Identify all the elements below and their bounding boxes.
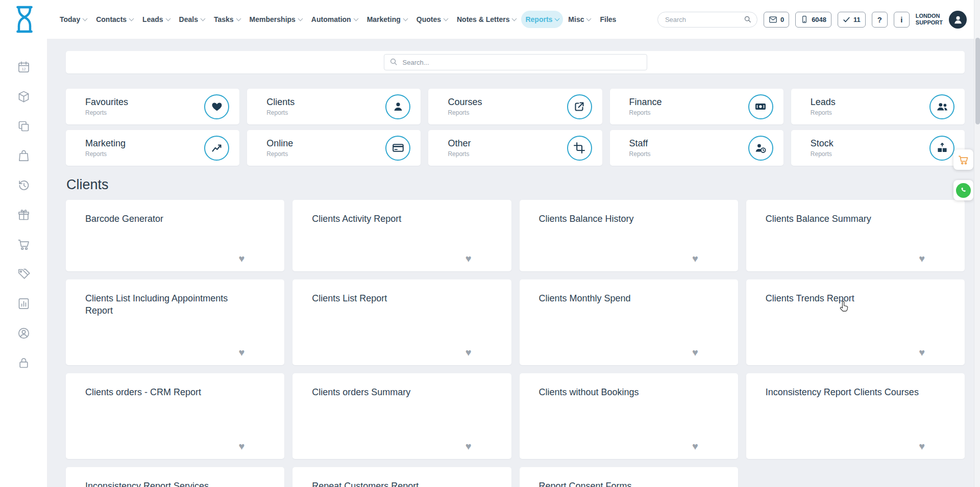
chevron-down-icon xyxy=(512,16,517,21)
category-card-marketing[interactable]: MarketingReports xyxy=(66,130,239,166)
report-card[interactable]: Clients Balance History♥ xyxy=(520,200,738,271)
category-card-other[interactable]: OtherReports xyxy=(428,130,602,166)
report-card[interactable]: Report Consent Forms♥ xyxy=(520,467,738,487)
report-title: Clients Activity Report xyxy=(312,213,483,225)
chevron-down-icon xyxy=(200,16,205,21)
report-card[interactable]: Clients orders Summary♥ xyxy=(292,373,511,459)
report-card[interactable]: Clients Activity Report♥ xyxy=(292,200,511,271)
favourite-heart-icon[interactable]: ♥ xyxy=(692,253,698,264)
cart-icon[interactable] xyxy=(17,238,31,251)
category-title: Leads xyxy=(811,97,929,108)
history-icon[interactable] xyxy=(17,178,31,192)
favourite-heart-icon[interactable]: ♥ xyxy=(692,441,698,452)
report-card[interactable]: Clients List Report♥ xyxy=(292,279,511,365)
report-chart-icon[interactable] xyxy=(17,297,31,311)
package-icon[interactable] xyxy=(17,90,31,104)
report-card[interactable]: Clients without Bookings♥ xyxy=(520,373,738,459)
app-logo-icon[interactable] xyxy=(13,5,36,34)
favourite-heart-icon[interactable]: ♥ xyxy=(238,253,244,264)
report-card[interactable]: Clients List Including Appointments Repo… xyxy=(66,279,284,365)
category-icon-circle xyxy=(929,94,954,119)
calendar-icon[interactable]: 12 xyxy=(17,60,31,74)
nav-item-reports[interactable]: Reports xyxy=(521,11,563,28)
category-icon-circle xyxy=(385,136,410,161)
shopping-bag-icon[interactable] xyxy=(17,149,31,163)
nav-item-today[interactable]: Today xyxy=(56,11,91,28)
category-card-online[interactable]: OnlineReports xyxy=(247,130,421,166)
favourite-heart-icon[interactable]: ♥ xyxy=(919,253,925,264)
avatar[interactable] xyxy=(949,11,967,29)
lock-icon[interactable] xyxy=(17,356,31,370)
report-card[interactable]: Repeat Customers Report♥ xyxy=(292,467,511,487)
favourite-heart-icon[interactable]: ♥ xyxy=(919,441,925,452)
gift-icon[interactable] xyxy=(17,208,31,222)
nav-item-automation[interactable]: Automation xyxy=(307,11,362,28)
scrollbar-thumb[interactable] xyxy=(975,38,980,124)
search-icon xyxy=(389,58,398,66)
category-title: Courses xyxy=(448,97,567,108)
reports-search xyxy=(384,54,647,70)
tasks-badge[interactable]: 11 xyxy=(838,12,866,28)
credit-card-icon xyxy=(392,142,404,154)
search-icon[interactable] xyxy=(744,15,752,23)
report-title: Report Consent Forms xyxy=(539,480,710,487)
report-card[interactable]: Inconsistency Report Clients Courses♥ xyxy=(746,373,965,459)
favourite-heart-icon[interactable]: ♥ xyxy=(465,347,472,358)
favourite-heart-icon[interactable]: ♥ xyxy=(465,441,472,452)
category-card-courses[interactable]: CoursesReports xyxy=(428,89,602,124)
nav-item-marketing[interactable]: Marketing xyxy=(363,11,411,28)
category-icon-circle xyxy=(385,94,410,119)
category-card-clients[interactable]: ClientsReports xyxy=(247,89,421,124)
category-card-favourites[interactable]: FavouritesReports xyxy=(66,89,239,124)
report-title: Clients Trends Report xyxy=(766,292,937,304)
main-nav: Today Contacts Leads Deals Tasks Members… xyxy=(56,11,620,28)
category-subtitle: Reports xyxy=(266,109,385,116)
user-icon xyxy=(952,14,964,25)
copy-icon[interactable] xyxy=(17,119,31,133)
report-card[interactable]: Barcode Generator♥ xyxy=(66,200,284,271)
user-circle-icon[interactable] xyxy=(17,326,31,340)
report-card[interactable]: Clients orders - CRM Report♥ xyxy=(66,373,284,459)
category-card-stock[interactable]: StockReports xyxy=(791,130,965,166)
nav-label: Files xyxy=(600,15,616,23)
nav-item-leads[interactable]: Leads xyxy=(138,11,174,28)
account-name: LONDON SUPPORT xyxy=(916,13,943,26)
header-search-input[interactable] xyxy=(665,16,744,23)
nav-item-notes-letters[interactable]: Notes & Letters xyxy=(453,11,520,28)
nav-item-quotes[interactable]: Quotes xyxy=(412,11,452,28)
svg-text:12: 12 xyxy=(21,67,26,71)
category-card-finance[interactable]: FinanceReports xyxy=(610,89,783,124)
scrollbar[interactable] xyxy=(974,0,980,487)
phone-badge[interactable]: 6048 xyxy=(795,12,831,28)
tag-icon[interactable] xyxy=(17,267,31,281)
favourite-heart-icon[interactable]: ♥ xyxy=(692,347,698,358)
report-card[interactable]: Clients Balance Summary♥ xyxy=(746,200,965,271)
favourite-heart-icon[interactable]: ♥ xyxy=(238,441,244,452)
floating-buttons xyxy=(953,149,973,211)
nav-item-deals[interactable]: Deals xyxy=(175,11,209,28)
category-card-staff[interactable]: StaffReports xyxy=(610,130,783,166)
nav-label: Reports xyxy=(525,15,552,23)
nav-label: Tasks xyxy=(214,15,234,23)
nav-item-files[interactable]: Files xyxy=(596,11,620,28)
nav-item-misc[interactable]: Misc xyxy=(564,11,595,28)
category-icon-circle xyxy=(748,94,773,119)
cart-button[interactable] xyxy=(953,149,973,170)
whatsapp-button[interactable] xyxy=(953,180,973,200)
chevron-down-icon xyxy=(555,16,560,21)
report-card[interactable]: Inconsistency Report Services♥ xyxy=(66,467,284,487)
help-button[interactable]: ? xyxy=(872,12,888,28)
mail-badge[interactable]: 0 xyxy=(764,12,789,28)
nav-item-memberships[interactable]: Memberships xyxy=(246,11,306,28)
favourite-heart-icon[interactable]: ♥ xyxy=(238,347,244,358)
reports-search-input[interactable] xyxy=(384,54,647,70)
category-card-leads[interactable]: LeadsReports xyxy=(791,89,965,124)
favourite-heart-icon[interactable]: ♥ xyxy=(465,253,472,264)
info-button[interactable]: i xyxy=(894,12,910,28)
report-card[interactable]: Clients Trends Report♥ xyxy=(746,279,965,365)
nav-item-contacts[interactable]: Contacts xyxy=(92,11,137,28)
nav-item-tasks[interactable]: Tasks xyxy=(210,11,244,28)
favourite-heart-icon[interactable]: ♥ xyxy=(919,347,925,358)
report-card[interactable]: Clients Monthly Spend♥ xyxy=(520,279,738,365)
category-title: Favourites xyxy=(85,97,204,108)
